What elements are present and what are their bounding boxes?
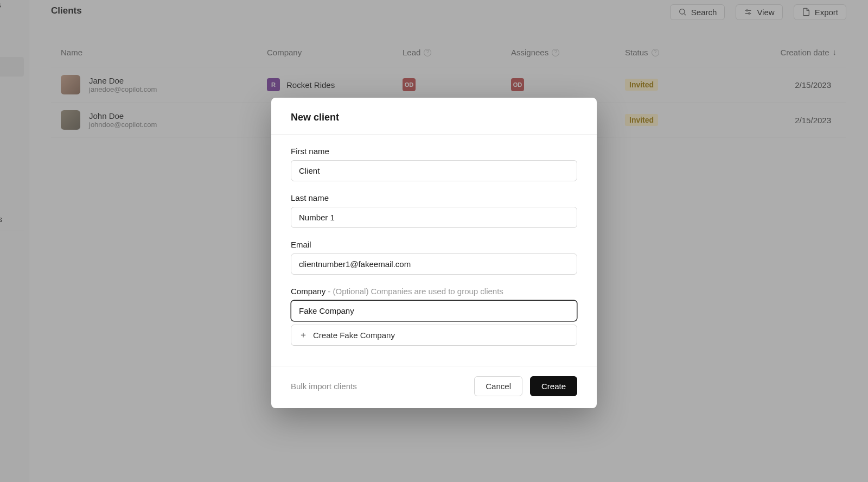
last-name-input[interactable] <box>291 207 577 228</box>
company-create-label: Create Fake Company <box>313 331 395 340</box>
bulk-import-link[interactable]: Bulk import clients <box>291 382 357 391</box>
company-label: Company <box>291 287 326 296</box>
first-name-input[interactable] <box>291 160 577 181</box>
email-label: Email <box>291 240 577 249</box>
company-hint: - (Optional) Companies are used to group… <box>326 287 503 296</box>
modal-title: New client <box>271 98 597 135</box>
plus-icon: ＋ <box>299 329 308 341</box>
modal-overlay[interactable]: New client First name Last name Email Co… <box>0 0 868 482</box>
first-name-label: First name <box>291 147 577 156</box>
company-label-wrap: Company - (Optional) Companies are used … <box>291 287 577 296</box>
email-input[interactable] <box>291 253 577 275</box>
last-name-label: Last name <box>291 193 577 202</box>
cancel-button[interactable]: Cancel <box>474 376 522 396</box>
new-client-modal: New client First name Last name Email Co… <box>271 98 597 408</box>
company-input[interactable] <box>291 300 577 321</box>
company-create-option[interactable]: ＋ Create Fake Company <box>291 325 577 346</box>
create-button[interactable]: Create <box>530 376 577 396</box>
